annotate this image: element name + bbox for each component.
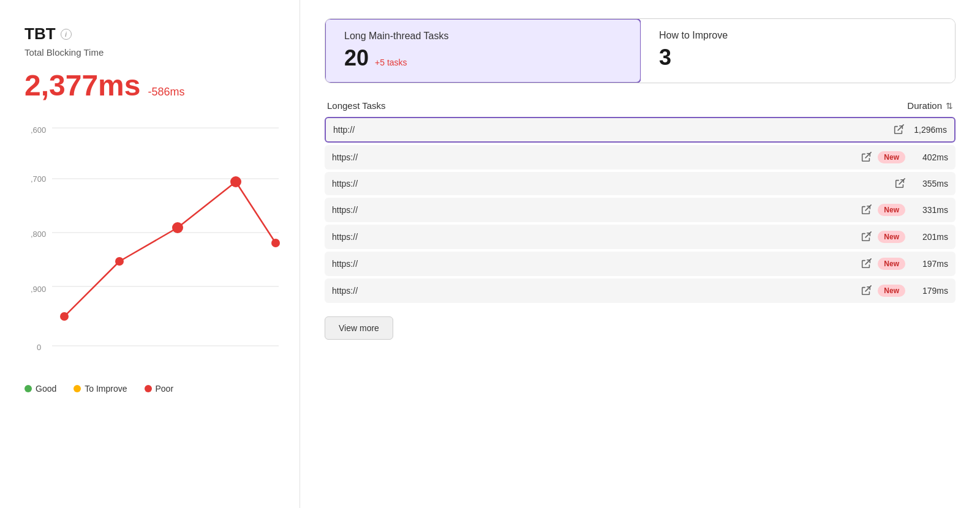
task-url: http:// [333, 125, 887, 135]
right-panel: Long Main-thread Tasks 20 +5 tasks How t… [300, 0, 980, 508]
legend-to-improve: To Improve [74, 384, 127, 394]
chart-dot-4 [230, 176, 241, 187]
task-duration: 331ms [911, 205, 948, 215]
tab-how-to-improve-label: How to Improve [659, 30, 937, 41]
tab-long-main-thread-label: Long Main-thread Tasks [344, 31, 622, 42]
left-panel: TBT i Total Blocking Time 2,377ms -586ms… [0, 0, 300, 508]
external-link-icon[interactable] [861, 231, 872, 242]
tab-long-main-thread-badge: +5 tasks [375, 58, 407, 67]
info-icon[interactable]: i [61, 29, 72, 40]
table-col-right[interactable]: Duration ⇅ [907, 100, 953, 111]
task-duration: 201ms [911, 232, 948, 242]
chart-dot-5 [271, 239, 280, 247]
external-link-icon[interactable] [861, 285, 872, 296]
tbt-header: TBT i [24, 24, 275, 43]
legend-poor: Poor [145, 384, 174, 394]
tab-how-to-improve[interactable]: How to Improve 3 [641, 19, 955, 83]
view-more-button[interactable]: View more [325, 316, 393, 340]
legend-good-label: Good [36, 384, 56, 394]
new-badge: New [878, 231, 905, 243]
tbt-ms-value: 2,377ms [24, 69, 141, 102]
task-duration: 179ms [911, 286, 948, 296]
task-duration: 402ms [911, 152, 948, 162]
task-duration: 1,296ms [910, 125, 947, 135]
new-badge: New [878, 258, 905, 270]
to-improve-dot [74, 385, 81, 392]
chart-svg: ,600 ,700 ,800 ,900 0 [31, 114, 282, 372]
task-duration: 197ms [911, 259, 948, 269]
table-col-left: Longest Tasks [327, 100, 386, 111]
legend-good: Good [24, 384, 56, 394]
tabs-container: Long Main-thread Tasks 20 +5 tasks How t… [325, 18, 956, 83]
external-link-icon[interactable] [861, 204, 872, 215]
external-link-icon[interactable] [861, 258, 872, 269]
task-url: https:// [332, 286, 854, 296]
new-badge: New [878, 151, 905, 163]
svg-text:,900: ,900 [31, 285, 46, 294]
task-row: https:// New179ms [325, 278, 956, 303]
table-header: Longest Tasks Duration ⇅ [325, 100, 956, 111]
good-dot [24, 385, 32, 392]
tab-long-main-thread-value-row: 20 +5 tasks [344, 45, 622, 71]
svg-text:,600: ,600 [31, 125, 46, 135]
tbt-title: TBT [24, 24, 56, 43]
task-row: https:// New402ms [325, 145, 956, 170]
table-col-right-label: Duration [907, 100, 942, 111]
task-url: https:// [332, 205, 854, 215]
new-badge: New [878, 285, 905, 297]
chart-dot-1 [60, 312, 69, 321]
tab-how-to-improve-number: 3 [659, 45, 671, 70]
chart-legend: Good To Improve Poor [24, 384, 275, 394]
task-duration: 355ms [911, 179, 948, 189]
task-row: https:// 355ms [325, 172, 956, 195]
task-rows-container: http:// 1,296mshttps:// New402mshttps://… [325, 117, 956, 303]
svg-text:,800: ,800 [31, 230, 46, 239]
svg-text:,700: ,700 [31, 174, 46, 184]
tbt-delta: -586ms [148, 86, 185, 99]
task-row: https:// New331ms [325, 198, 956, 222]
tab-how-to-improve-value-row: 3 [659, 45, 937, 70]
task-row: http:// 1,296ms [325, 117, 956, 143]
sort-icon[interactable]: ⇅ [946, 101, 953, 111]
external-link-icon[interactable] [861, 152, 872, 163]
tbt-subtitle: Total Blocking Time [24, 47, 275, 58]
external-link-icon[interactable] [894, 178, 905, 189]
chart-dot-2 [115, 257, 124, 266]
new-badge: New [878, 204, 905, 216]
legend-poor-label: Poor [156, 384, 174, 394]
tab-long-main-thread-number: 20 [344, 45, 369, 71]
legend-to-improve-label: To Improve [85, 384, 127, 394]
chart-dot-3 [172, 222, 183, 233]
task-url: https:// [332, 152, 854, 162]
tbt-value: 2,377ms -586ms [24, 69, 275, 102]
svg-text:0: 0 [37, 343, 41, 352]
tab-long-main-thread[interactable]: Long Main-thread Tasks 20 +5 tasks [325, 18, 641, 83]
external-link-icon[interactable] [893, 124, 904, 135]
poor-dot [145, 385, 152, 392]
chart-container: ,600 ,700 ,800 ,900 0 [31, 114, 282, 372]
task-url: https:// [332, 232, 854, 242]
task-url: https:// [332, 259, 854, 269]
task-row: https:// New201ms [325, 225, 956, 249]
task-url: https:// [332, 179, 888, 189]
task-row: https:// New197ms [325, 252, 956, 276]
